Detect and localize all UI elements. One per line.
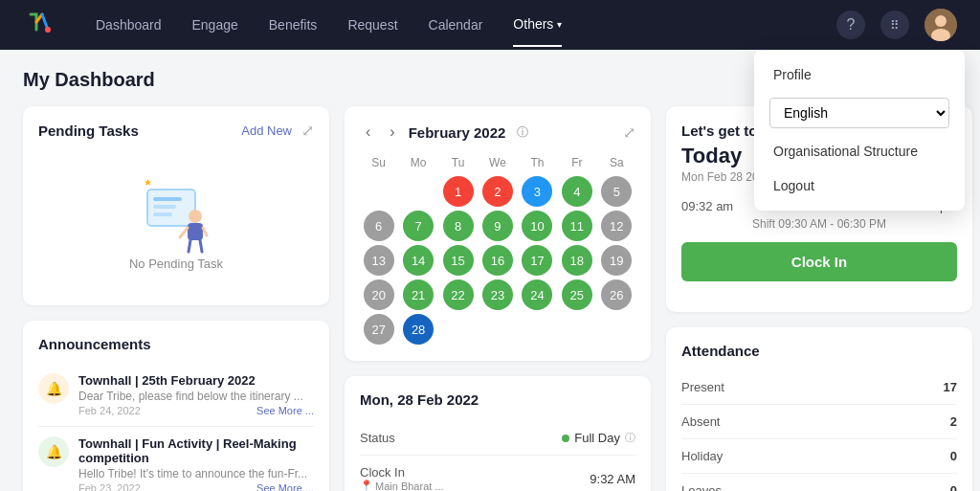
cal-day-23[interactable]: 23 — [482, 279, 513, 310]
cal-day-empty — [364, 176, 394, 207]
svg-line-13 — [189, 240, 190, 252]
cal-header-we: We — [479, 152, 516, 173]
cal-day-15[interactable]: 15 — [443, 245, 474, 276]
cal-day-2[interactable]: 2 — [482, 176, 513, 207]
cal-header-th: Th — [519, 152, 556, 173]
question-icon: ? — [847, 16, 856, 33]
cal-day-empty — [482, 314, 513, 345]
cal-day-empty — [601, 314, 632, 345]
cal-day-empty — [522, 314, 552, 345]
status-text: Full Day — [574, 431, 620, 445]
svg-rect-0 — [23, 5, 57, 39]
cal-day-14[interactable]: 14 — [403, 245, 434, 276]
cal-day-4[interactable]: 4 — [562, 176, 592, 207]
svg-point-3 — [935, 15, 947, 27]
attendance-card: Attendance Present 17 Absent 2 Holiday 0… — [666, 327, 972, 491]
cal-day-28[interactable]: 28 — [403, 314, 434, 345]
nav-request[interactable]: Request — [347, 4, 397, 46]
clock-in-time: 9:32 AM — [590, 472, 635, 486]
logo[interactable] — [23, 5, 57, 45]
cal-day-18[interactable]: 18 — [562, 245, 592, 276]
dropdown-logout[interactable]: Logout — [754, 168, 965, 203]
user-dropdown: Profile English Organisational Structure… — [754, 50, 965, 211]
add-new-button[interactable]: Add New — [241, 123, 292, 138]
cal-expand-icon[interactable]: ⤢ — [623, 123, 635, 142]
cal-day-25[interactable]: 25 — [562, 279, 592, 310]
cal-day-7[interactable]: 7 — [403, 211, 434, 241]
attendance-row-absent: Absent 2 — [681, 405, 957, 439]
main-nav: Dashboard Engage Benefits Request Calend… — [96, 3, 836, 47]
announcement-item-1: 🔔 Townhall | Fun Activity | Reel-Making … — [38, 427, 314, 491]
cal-day-11[interactable]: 11 — [562, 211, 592, 241]
svg-text:★: ★ — [144, 177, 152, 188]
cal-header-sa: Sa — [598, 152, 635, 173]
holiday-label: Holiday — [681, 449, 723, 463]
announce-footer-0: Feb 24, 2022 See More ... — [78, 405, 314, 416]
svg-point-1 — [45, 27, 51, 33]
svg-point-9 — [189, 210, 202, 223]
nav-dashboard[interactable]: Dashboard — [96, 4, 162, 46]
cal-day-9[interactable]: 9 — [482, 211, 513, 241]
status-info-icon: ⓘ — [625, 431, 635, 445]
attendance-row-leaves: Leaves 0 — [681, 474, 957, 491]
cal-day-13[interactable]: 13 — [364, 245, 394, 276]
cal-day-19[interactable]: 19 — [601, 245, 632, 276]
present-label: Present — [681, 380, 724, 394]
cal-day-20[interactable]: 20 — [364, 279, 394, 310]
nav-engage[interactable]: Engage — [192, 4, 238, 46]
help-button[interactable]: ? — [836, 11, 865, 39]
cal-day-1[interactable]: 1 — [443, 176, 474, 207]
announce-title-0: Townhall | 25th February 2022 — [78, 373, 314, 388]
absent-label: Absent — [681, 414, 720, 429]
clock-in-button[interactable]: Clock In — [681, 242, 957, 281]
user-avatar[interactable] — [924, 9, 957, 41]
announce-body-0: Townhall | 25th February 2022 Dear Tribe… — [78, 373, 314, 416]
cal-day-16[interactable]: 16 — [482, 245, 513, 276]
attendance-row-present: Present 17 — [681, 370, 957, 405]
svg-rect-6 — [153, 197, 182, 201]
cal-day-21[interactable]: 21 — [403, 279, 434, 310]
pending-tasks-title: Pending Tasks — [38, 123, 139, 139]
cal-prev-button[interactable]: ‹ — [360, 122, 376, 143]
svg-rect-10 — [188, 223, 203, 240]
dropdown-profile[interactable]: Profile — [754, 57, 965, 92]
column-1: Pending Tasks Add New ⤢ — [23, 106, 329, 491]
header: Dashboard Engage Benefits Request Calend… — [0, 0, 980, 50]
daily-date: Mon, 28 Feb 2022 — [360, 391, 635, 408]
leaves-label: Leaves — [681, 483, 722, 491]
announcements-card: Announcements 🔔 Townhall | 25th February… — [23, 321, 329, 491]
grid-button[interactable]: ⠿ — [880, 11, 909, 39]
cal-day-10[interactable]: 10 — [522, 211, 552, 241]
announce-desc-0: Dear Tribe, please find below the itiner… — [78, 390, 314, 403]
cal-next-button[interactable]: › — [384, 122, 400, 143]
cal-header-fr: Fr — [558, 152, 595, 173]
nav-others[interactable]: Others ▾ — [513, 3, 562, 47]
cal-day-12[interactable]: 12 — [601, 211, 632, 241]
calendar-info-icon: ⓘ — [517, 124, 528, 141]
cal-day-3[interactable]: 3 — [522, 176, 552, 207]
dropdown-org-structure[interactable]: Organisational Structure — [754, 134, 965, 168]
cal-day-26[interactable]: 26 — [601, 279, 632, 310]
expand-icon[interactable]: ⤢ — [301, 122, 314, 140]
clock-in-label: Clock In — [360, 465, 444, 480]
pin-icon: 📍 — [360, 480, 373, 491]
cal-day-8[interactable]: 8 — [443, 211, 474, 241]
grid-icon: ⠿ — [890, 18, 900, 33]
see-more-1[interactable]: See More ... — [256, 482, 314, 491]
nav-calendar[interactable]: Calendar — [429, 4, 483, 46]
cal-day-6[interactable]: 6 — [364, 211, 394, 241]
daily-status-card: Mon, 28 Feb 2022 Status Full Day ⓘ Clock… — [345, 376, 651, 491]
cal-day-22[interactable]: 22 — [443, 279, 474, 310]
cal-day-24[interactable]: 24 — [522, 279, 552, 310]
nav-benefits[interactable]: Benefits — [269, 4, 318, 46]
language-select[interactable]: English — [769, 98, 949, 128]
cal-day-5[interactable]: 5 — [601, 176, 632, 207]
see-more-0[interactable]: See More ... — [256, 405, 314, 416]
announce-date-1: Feb 23, 2022 — [78, 482, 141, 491]
announcements-title: Announcements — [38, 336, 151, 352]
no-task-illustration: ★ — [138, 170, 214, 257]
cal-day-17[interactable]: 17 — [522, 245, 552, 276]
holiday-count: 0 — [950, 449, 957, 463]
cal-day-27[interactable]: 27 — [364, 314, 394, 345]
announcements-header: Announcements — [38, 336, 314, 352]
